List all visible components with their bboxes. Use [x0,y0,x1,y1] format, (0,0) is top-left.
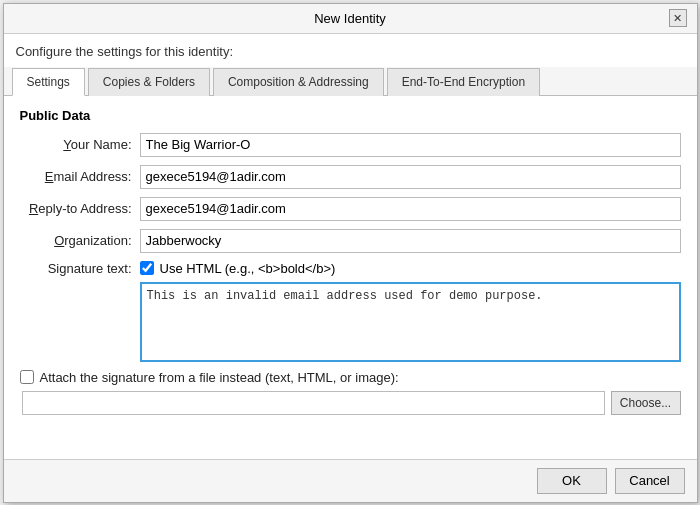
your-name-row: Your Name: [20,133,681,157]
dialog-footer: OK Cancel [4,459,697,502]
reply-to-input[interactable] [140,197,681,221]
tab-end-to-end[interactable]: End-To-End Encryption [387,68,540,96]
organization-row: Organization: [20,229,681,253]
title-bar: New Identity ✕ [4,4,697,34]
signature-text-row: Signature text: Use HTML (e.g., <b>bold<… [20,261,681,276]
email-address-row: Email Address: [20,165,681,189]
use-html-checkbox[interactable] [140,261,154,275]
new-identity-dialog: New Identity ✕ Configure the settings fo… [3,3,698,503]
signature-textarea-row: This is an invalid email address used fo… [20,282,681,362]
tab-copies-folders[interactable]: Copies & Folders [88,68,210,96]
cancel-button[interactable]: Cancel [615,468,685,494]
dialog-body: Configure the settings for this identity… [4,34,697,459]
dialog-title: New Identity [32,11,669,26]
tab-composition-addressing[interactable]: Composition & Addressing [213,68,384,96]
dialog-description: Configure the settings for this identity… [4,34,697,67]
choose-button[interactable]: Choose... [611,391,681,415]
signature-textarea[interactable]: This is an invalid email address used fo… [140,282,681,362]
your-name-label: Your Name: [20,137,140,152]
settings-tab-content: Public Data Your Name: Email Address: [4,96,697,459]
attach-file-row: Choose... [20,391,681,415]
email-address-input[interactable] [140,165,681,189]
use-html-label: Use HTML (e.g., <b>bold</b>) [160,261,336,276]
email-address-label: Email Address: [20,169,140,184]
tab-content-area: Public Data Your Name: Email Address: [4,96,697,459]
signature-text-label: Signature text: [20,261,140,276]
use-html-row: Use HTML (e.g., <b>bold</b>) [140,261,336,276]
attach-signature-row: Attach the signature from a file instead… [20,370,681,385]
close-button[interactable]: ✕ [669,9,687,27]
attach-signature-checkbox[interactable] [20,370,34,384]
tab-settings[interactable]: Settings [12,68,85,96]
ok-button[interactable]: OK [537,468,607,494]
attach-signature-label: Attach the signature from a file instead… [40,370,399,385]
attach-file-input[interactable] [22,391,605,415]
reply-to-row: Reply-to Address: [20,197,681,221]
tab-bar: Settings Copies & Folders Composition & … [4,67,697,96]
public-data-heading: Public Data [20,108,681,123]
your-name-input[interactable] [140,133,681,157]
organization-input[interactable] [140,229,681,253]
reply-to-label: Reply-to Address: [20,201,140,216]
organization-label: Organization: [20,233,140,248]
